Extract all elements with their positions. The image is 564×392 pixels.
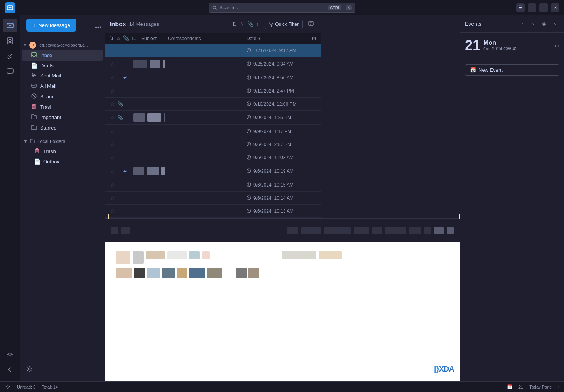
rail-icon-chat[interactable] — [3, 65, 17, 79]
sidebar-item-outbox[interactable]: 📄 Outbox — [22, 156, 103, 167]
star-icon[interactable]: ☆ — [110, 208, 116, 214]
sidebar-item-starred[interactable]: Starred — [22, 123, 103, 133]
sidebar-item-sent[interactable]: Sent Mail — [22, 71, 103, 81]
sort-icon[interactable]: ⇅ — [232, 21, 236, 27]
star-icon[interactable]: ☆ — [110, 61, 116, 67]
col-date-extra: ⊞ — [312, 36, 316, 41]
sidebar-more-button[interactable]: ••• — [95, 24, 101, 31]
svg-point-1 — [213, 6, 216, 9]
star-icon[interactable]: ☆ — [110, 182, 116, 188]
star-icon[interactable]: ☆ — [110, 47, 116, 53]
events-nav-next[interactable]: › — [529, 19, 538, 29]
preview-block — [189, 268, 205, 278]
rail-icon-tasks[interactable] — [3, 49, 17, 63]
star-icon[interactable]: ☆ — [110, 155, 116, 160]
star-icon[interactable]: ☆ — [110, 141, 116, 147]
sidebar-item-drafts[interactable]: 📄 Drafts — [22, 61, 103, 71]
star-icon[interactable]: ☆ — [110, 75, 116, 81]
events-nav-today[interactable]: ◉ — [539, 19, 549, 29]
accent-bar-left — [108, 214, 109, 219]
local-folders-header[interactable]: ▼ Local Folders — [20, 137, 105, 146]
table-row[interactable]: ☆ ● 9/6/2024, 2:57 PM — [105, 138, 321, 151]
sidebar-item-important[interactable]: Important — [22, 112, 103, 123]
rail-icon-settings[interactable] — [3, 347, 17, 361]
folder-icon-important — [31, 114, 37, 121]
table-row[interactable]: ☆ 📎 ● — [105, 111, 321, 125]
message-count: 14 Messages — [129, 21, 159, 27]
table-row[interactable]: ☆ ● 9/6/2024, 10:14 AM — [105, 192, 321, 205]
col-star-icon[interactable]: ☆ — [116, 35, 121, 41]
maximize-button[interactable]: □ — [539, 3, 548, 12]
calendar-next-button[interactable]: › — [558, 43, 559, 49]
calendar-date-status: 21 — [518, 385, 523, 389]
table-row[interactable]: ☆ ● 9/6/2024, 11:03 AM — [105, 151, 321, 164]
menu-button[interactable]: ☰ — [516, 3, 525, 12]
events-nav-prev[interactable]: ‹ — [518, 19, 527, 29]
star-icon[interactable]: ☆ — [110, 88, 116, 94]
quick-filter-button[interactable]: Quick Filter — [265, 20, 303, 29]
sidebar-item-trash[interactable]: Trash — [22, 102, 103, 112]
table-row[interactable]: ☆ ● 9/9/2024, 1:17 PM — [105, 125, 321, 138]
rail-icon-addressbook[interactable] — [3, 34, 17, 48]
email-date-cell: 9/6/2024, 11:03 AM — [247, 155, 316, 160]
account-name: jeff.b@xda-developers.c... — [39, 43, 88, 47]
rail-icon-mail[interactable] — [3, 19, 17, 32]
col-date-header[interactable]: Date ▼ ⊞ — [247, 36, 316, 41]
table-row[interactable]: ☆ ● 9/13/2024, 2:47 PM — [105, 84, 321, 98]
col-subject-header[interactable]: Subject — [138, 36, 166, 41]
settings-button[interactable] — [23, 363, 35, 375]
calendar-icon: 📅 — [470, 67, 476, 73]
close-button[interactable]: ✕ — [551, 3, 559, 12]
attach-filter-icon[interactable]: 📎 — [247, 21, 253, 27]
search-bar[interactable]: Search... CTRL + K — [209, 3, 355, 13]
sidebar-item-label-spam: Spam — [40, 94, 53, 99]
table-row[interactable]: ☆ ● 9/6/2024, 10:15 AM — [105, 178, 321, 192]
svg-rect-12 — [32, 105, 35, 109]
table-row[interactable]: ☆ ● ↵ — [105, 164, 321, 178]
rail-icon-back[interactable] — [3, 363, 17, 377]
star-icon[interactable]: ☆ — [110, 101, 116, 107]
star-icon[interactable]: ☆ — [110, 115, 116, 121]
row-left-icons: ☆ 📎 ● — [110, 115, 131, 121]
email-thumb-sm — [150, 60, 160, 68]
star-filter-icon[interactable]: ☆ — [240, 21, 244, 27]
events-panel-close[interactable]: › — [550, 19, 559, 29]
col-correspondents-header[interactable]: Correspondents — [168, 36, 245, 41]
table-row[interactable]: ☆ ● 10/17/2024, 9:17 AM — [105, 44, 321, 57]
minimize-button[interactable]: – — [528, 3, 536, 12]
window-controls: ☰ – □ ✕ — [516, 3, 559, 12]
star-icon[interactable]: ☆ — [110, 128, 116, 134]
events-title: Events — [465, 21, 518, 27]
local-folders-section: ▼ Local Folders — [20, 137, 105, 167]
sidebar-item-inbox[interactable]: Inbox — [22, 50, 103, 61]
filter-icon — [269, 22, 274, 27]
account-header[interactable]: ▼ J jeff.b@xda-developers.c... — [20, 40, 105, 50]
new-event-button[interactable]: 📅 New Event — [465, 64, 559, 76]
sidebar-item-label-important: Important — [40, 114, 61, 120]
tag-filter-icon[interactable]: 🏷 — [257, 21, 262, 27]
star-icon[interactable]: ☆ — [110, 195, 116, 201]
sidebar-item-spam[interactable]: Spam — [22, 91, 103, 102]
status-right: 📅 21 Today Pane › — [507, 384, 559, 389]
thread-view-button[interactable] — [306, 19, 316, 29]
email-date-cell: 9/6/2024, 10:15 AM — [247, 182, 316, 188]
table-row[interactable]: ☆ ● 9/6/2024, 10:13 AM — [105, 205, 321, 218]
preview-block — [133, 251, 144, 264]
email-date-cell: 9/17/2024, 8:50 AM — [247, 75, 316, 81]
col-sort-icon[interactable]: ⇅ — [110, 35, 114, 41]
svg-rect-0 — [7, 6, 13, 10]
sidebar-item-local-trash[interactable]: Trash — [22, 146, 103, 156]
sidebar-item-all[interactable]: All Mail — [22, 81, 103, 91]
table-row[interactable]: ☆ 📎 ● 9/10/2024, 12:06 PM — [105, 98, 321, 111]
table-row[interactable]: ☆ ● 9/25/2024, — [105, 57, 321, 71]
star-icon[interactable]: ☆ — [110, 168, 116, 174]
local-trash-label: Trash — [43, 148, 56, 154]
sidebar: + New Message ••• ▼ J jeff.b@xda-develop… — [20, 15, 105, 381]
row-left-icons: ☆ ● — [110, 88, 131, 94]
today-pane-arrow[interactable]: › — [558, 385, 559, 389]
calendar-prev-button[interactable]: ‹ — [554, 43, 556, 49]
table-row[interactable]: ☆ ● ↵ 9/17/2024, 8:50 AM — [105, 71, 321, 84]
new-message-button[interactable]: + New Message — [26, 19, 76, 32]
preview-block — [147, 268, 160, 278]
content-area: Inbox 14 Messages ⇅ ☆ 📎 🏷 Quick Filter — [105, 15, 564, 381]
